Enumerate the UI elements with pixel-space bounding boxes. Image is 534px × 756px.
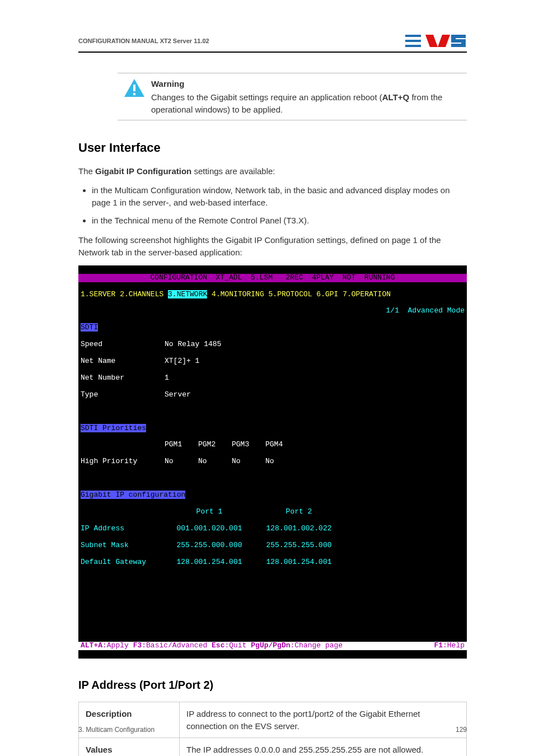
bullet-list: in the Multicam Configuration window, Ne…: [78, 184, 467, 226]
terminal-title: CONFIGURATION XT_ADL 5.LSM 2REC 4PLAY NO…: [78, 274, 467, 282]
terminal-screenshot: CONFIGURATION XT_ADL 5.LSM 2REC 4PLAY NO…: [78, 265, 467, 659]
sdti-priorities-label: SDTI Priorities: [81, 424, 146, 432]
gw-port1[interactable]: 128.001.254.001: [165, 558, 254, 567]
warning-title: Warning: [151, 78, 467, 90]
gigabit-ip-label: Gigabit IP configuration: [81, 491, 185, 499]
mask-port1[interactable]: 255.255.000.000: [165, 542, 254, 550]
svg-rect-1: [405, 40, 421, 42]
evs-logo-icon: [405, 34, 467, 48]
hp-pgm1[interactable]: No: [165, 458, 198, 466]
svg-rect-3: [133, 85, 135, 91]
tab-network[interactable]: 3.NETWORK: [168, 290, 207, 298]
ip-port1[interactable]: 001.001.020.001: [165, 525, 254, 533]
doc-title: CONFIGURATION MANUAL XT2 Server 11.02: [78, 38, 209, 44]
warning-callout: Warning Changes to the Gigabit settings …: [118, 73, 467, 120]
post-bullet-paragraph: The following screenshot highlights the …: [78, 234, 467, 259]
cell-label: Values: [79, 738, 180, 756]
type-value[interactable]: Server: [165, 390, 191, 399]
page-footer: 3. Multicam Configuration 129: [78, 726, 467, 734]
warning-icon: [118, 78, 151, 115]
ip-address-heading: IP Address (Port 1/Port 2): [78, 679, 467, 692]
terminal-footer: ALT+A:Apply F3:Basic/Advanced Esc:Quit P…: [78, 642, 467, 650]
page-number: 129: [456, 726, 467, 734]
ip-port2[interactable]: 128.001.002.022: [254, 525, 344, 533]
hp-pgm4[interactable]: No: [265, 458, 299, 466]
sdti-group-label: SDTI: [81, 323, 98, 332]
hp-pgm3[interactable]: No: [232, 458, 265, 466]
cell-value: The IP addresses 0.0.0.0 and 255.255.255…: [180, 738, 467, 756]
footer-section: 3. Multicam Configuration: [78, 726, 154, 734]
netname-value[interactable]: XT[2]+ 1: [165, 357, 199, 365]
terminal-tabbar: 1.SERVER 2.CHANNELS 3.NETWORK 4.MONITORI…: [78, 291, 467, 299]
intro-paragraph: The Gigabit IP Configuration settings ar…: [78, 165, 467, 178]
hp-pgm2[interactable]: No: [198, 458, 232, 466]
warning-body: Changes to the Gigabit settings require …: [151, 92, 442, 114]
gw-port2[interactable]: 128.001.254.001: [254, 558, 344, 567]
svg-rect-2: [405, 45, 421, 47]
speed-value[interactable]: No Relay 1485: [165, 340, 221, 348]
list-item: in the Multicam Configuration window, Ne…: [92, 184, 467, 209]
list-item: in the Technical menu of the Remote Cont…: [92, 214, 467, 227]
page-header: CONFIGURATION MANUAL XT2 Server 11.02: [78, 34, 467, 53]
svg-rect-0: [405, 35, 421, 37]
user-interface-heading: User Interface: [78, 141, 467, 155]
mask-port2[interactable]: 255.255.255.000: [254, 542, 344, 550]
mode-indicator: 1/1 Advanced Mode: [78, 307, 467, 315]
svg-rect-4: [133, 93, 135, 95]
netnumber-value[interactable]: 1: [165, 374, 169, 382]
